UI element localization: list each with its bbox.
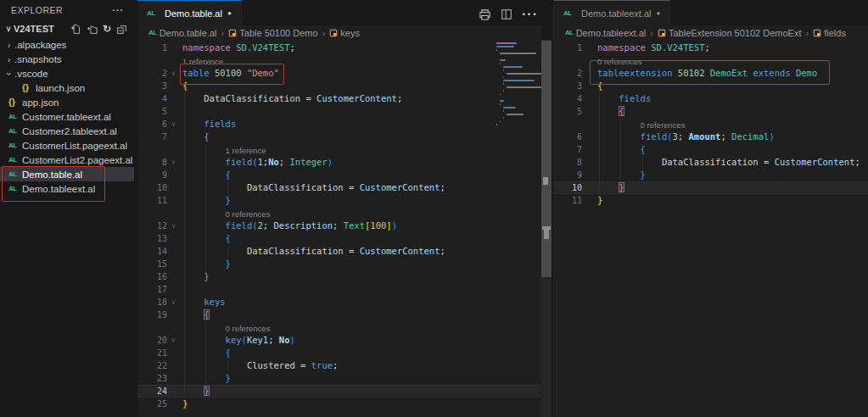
breadcrumb-item[interactable]: TableExtension 50102 DemoExt [658, 28, 802, 38]
indent-guide [184, 131, 185, 143]
tree-item-customerlist-pageext-al[interactable]: ALCustomerList.pageext.al [0, 138, 134, 153]
token: ; [440, 182, 445, 192]
code-line[interactable]: 6field(3; Amount; Decimal) [554, 131, 868, 143]
fold-chevron-icon[interactable]: ∨ [171, 67, 176, 80]
code-line[interactable]: 1namespace SD.V24TEST; [554, 42, 868, 54]
code-line[interactable]: 10DataClassification = CustomerContent; [137, 181, 541, 194]
line-number: 11 [137, 194, 167, 207]
tree-item--alpackages[interactable]: ›.alpackages [0, 37, 134, 52]
codelens-row[interactable]: 1 reference [137, 143, 541, 156]
tree-item-demo-tableext-al[interactable]: ALDemo.tableext.al [0, 181, 134, 196]
code-line[interactable]: 20∨key(Key1; No) [137, 334, 541, 347]
codelens-row[interactable]: 0 references [554, 54, 868, 67]
codelens-label[interactable]: 0 references [226, 208, 271, 220]
code-line[interactable]: 2∨table 50100 "Demo" [137, 67, 541, 80]
tab-demo-table[interactable]: AL Demo.table.al ● [137, 0, 242, 25]
line-number: 17 [137, 283, 167, 296]
codelens-label[interactable]: 0 references [226, 322, 271, 335]
split-editor-icon[interactable] [501, 8, 512, 20]
code-line[interactable]: 3{ [554, 80, 868, 92]
breadcrumb-item[interactable]: ALDemo.tableext.al [565, 28, 646, 38]
fold-chevron-icon[interactable]: ∨ [171, 156, 176, 169]
code-line[interactable]: 24} [137, 385, 541, 398]
indent-guide [184, 194, 185, 207]
breadcrumb-item[interactable]: keys [329, 28, 360, 38]
codelens-row[interactable]: 0 references [137, 321, 541, 334]
new-file-icon[interactable] [70, 24, 81, 35]
explorer-more-actions-icon[interactable]: ··· [113, 5, 125, 15]
collapse-all-icon[interactable] [116, 24, 127, 35]
indent-guide [205, 347, 206, 359]
code-line[interactable]: 3{ [137, 80, 541, 92]
tree-item-customer-tableext-al[interactable]: ALCustomer.tableext.al [0, 109, 134, 124]
tree-item-launch-json[interactable]: {}launch.json [0, 81, 134, 95]
code-line[interactable]: 17 [137, 283, 541, 296]
code-line[interactable]: 13{ [137, 232, 541, 245]
code-line[interactable]: 2tableextension 50102 DemoExt extends De… [554, 67, 868, 80]
code-line[interactable]: 4fields [554, 92, 868, 105]
code-line[interactable]: 7{ [554, 143, 868, 156]
codelens-label[interactable]: 1 reference [182, 55, 223, 68]
vertical-scrollbar[interactable] [541, 40, 552, 417]
breadcrumb-item[interactable]: Table 50100 Demo [228, 28, 317, 38]
code-line[interactable]: 8∨field(1;No; Integer) [137, 156, 541, 169]
tree-item-customerlist2-pageext-al[interactable]: ALCustomerList2.pageext.al [0, 153, 134, 167]
new-folder-icon[interactable] [87, 24, 98, 35]
fold-chevron-icon[interactable]: ∨ [171, 334, 176, 347]
code-line[interactable]: 5{ [554, 105, 868, 118]
tree-item-demo-table-al[interactable]: ALDemo.table.al [0, 167, 134, 181]
code-line[interactable]: 10} [554, 181, 868, 194]
code-line[interactable]: 9{ [137, 169, 541, 181]
print-icon[interactable] [479, 8, 491, 21]
tree-item-label: CustomerList2.pageext.al [21, 155, 132, 165]
modified-dot-icon[interactable]: ● [227, 10, 232, 17]
codelens-row[interactable]: 1 reference [137, 54, 541, 67]
more-actions-icon[interactable]: ··· [522, 7, 538, 22]
breadcrumb-item[interactable]: ALDemo.table.al [148, 28, 217, 38]
codelens-label[interactable]: 0 references [641, 119, 686, 131]
code-line[interactable]: 18∨keys [137, 296, 541, 309]
code-line[interactable]: 9} [554, 169, 868, 181]
codelens-label[interactable]: 0 references [597, 55, 642, 68]
code-line[interactable]: 5 [137, 105, 541, 118]
tab-demo-tableext[interactable]: AL Demo.tableext.al ● [554, 0, 670, 25]
code-line[interactable]: 11} [554, 194, 868, 207]
code-line[interactable]: 11} [137, 194, 541, 207]
code-line[interactable]: 14DataClassification = CustomerContent; [137, 245, 541, 258]
code-area[interactable]: 1namespace SD.V24TEST;0 references2table… [554, 40, 868, 417]
minimap[interactable] [496, 42, 541, 144]
fold-chevron-icon[interactable]: ∨ [171, 220, 176, 232]
fold-chevron-icon[interactable]: ∨ [171, 118, 176, 131]
breadcrumb-separator-icon: › [806, 28, 809, 38]
code-line[interactable]: 6∨fields [137, 118, 541, 131]
tree-item--snapshots[interactable]: ›.snapshots [0, 52, 134, 66]
code-line[interactable]: 8DataClassification = CustomerContent; [554, 156, 868, 169]
code-line[interactable]: 22Clustered = true; [137, 359, 541, 372]
code-line[interactable]: 15} [137, 258, 541, 270]
modified-dot-icon[interactable]: ● [657, 10, 661, 17]
code-line[interactable]: 19{ [137, 309, 541, 321]
codelens-label[interactable]: 1 reference [226, 144, 266, 157]
line-number: 24 [137, 385, 167, 398]
fold-chevron-icon[interactable]: ∨ [171, 296, 176, 309]
code-line[interactable]: 21{ [137, 347, 541, 359]
tree-item-app-json[interactable]: {}app.json [0, 95, 134, 109]
codelens-row[interactable]: 0 references [137, 207, 541, 220]
code-area[interactable]: 1namespace SD.V24TEST;1 reference2∨table… [137, 40, 541, 417]
scrollbar-thumb[interactable] [541, 41, 552, 277]
code-line[interactable]: 23} [137, 372, 541, 385]
code-line[interactable]: 1namespace SD.V24TEST; [137, 42, 541, 54]
tree-item--vscode[interactable]: ›.vscode [0, 66, 134, 81]
symbol-icon [658, 29, 666, 37]
workspace-row[interactable]: ∨ V24TEST ↻ [0, 20, 134, 37]
tree-item-customer2-tableext-al[interactable]: ALCustomer2.tableext.al [0, 124, 134, 138]
code-line[interactable]: 12∨field(2; Description; Text[100]) [137, 220, 541, 232]
breadcrumb-item[interactable]: fields [813, 28, 846, 38]
code-line[interactable]: 4DataClassification = CustomerContent; [137, 92, 541, 105]
codelens-row[interactable]: 0 references [554, 118, 868, 131]
editor-group-left: AL Demo.table.al ● ··· ALDemo.table.al› … [137, 0, 541, 417]
code-line[interactable]: 25} [137, 398, 541, 410]
refresh-icon[interactable]: ↻ [103, 24, 111, 34]
code-line[interactable]: 16} [137, 270, 541, 283]
code-line[interactable]: 7{ [137, 131, 541, 143]
